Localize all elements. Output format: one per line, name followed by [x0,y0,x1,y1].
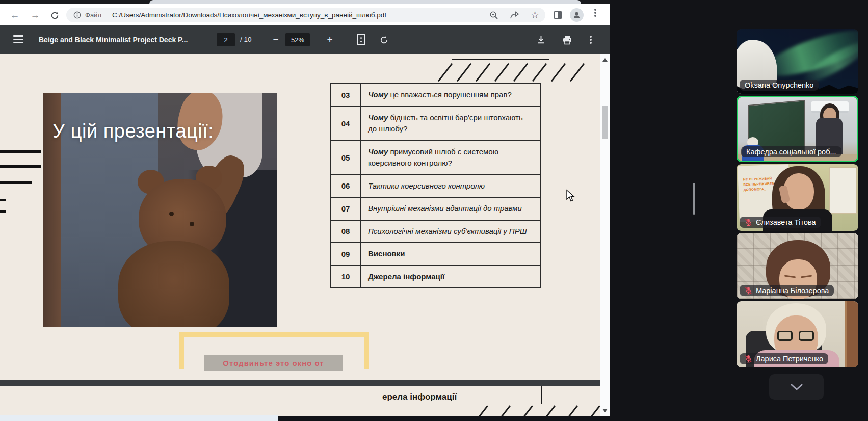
pdf-toolbar: Beige and Black Minimalist Project Deck … [0,25,610,54]
glasses-lens [799,331,814,341]
chevron-down-icon [790,384,803,390]
slide-decoration-bar [0,165,41,168]
toc-rest: Висновки [368,248,405,260]
zoom-in-button[interactable]: + [323,33,336,46]
address-bar[interactable]: Файл C:/Users/Administrator/Downloads/Пс… [66,8,545,22]
hatch-line [545,405,556,416]
toc-row: 08 Психологічні механізми суб'єктивації … [331,221,540,244]
toc-text: Чому це вважається порушенням прав? [361,84,540,106]
toc-text: Тактики коерсивного контролю [361,175,540,197]
pdf-next-page: ерела інформації [0,386,600,416]
participant-name-label: Єлизавета Тітова [740,217,821,228]
toc-row: 07 Внутрішні механізми адаптації до трав… [331,198,540,221]
toc-number: 04 [331,107,361,140]
scroll-thumb[interactable] [602,106,608,139]
pdf-page: У цій презентації: 03 Чому це вважається… [0,54,600,416]
person-icon [572,11,581,19]
taskbar-sliver [0,415,278,421]
profile-button[interactable] [570,8,584,22]
download-button[interactable] [535,34,546,45]
tab-strip [0,0,610,4]
collapse-videos-button[interactable] [769,374,824,400]
participant-tile-petrychenko[interactable]: Лариса Петриченко [737,301,858,367]
scroll-up-arrow[interactable] [602,58,608,62]
toc-text: Чому бідність та освітні бар'єри штовхаю… [361,107,540,140]
kebab-menu-icon [590,39,592,41]
side-panel-button[interactable] [554,11,562,19]
back-button[interactable]: ← [7,8,22,23]
teddy-bear-eye [169,212,174,216]
page-number-input[interactable]: 2 [217,33,235,46]
pdf-menu-button[interactable] [13,35,23,43]
pdf-more-button[interactable] [585,34,596,45]
toc-row: 04 Чому бідність та освітні бар'єри штов… [331,107,540,141]
info-icon[interactable] [73,11,81,19]
hatch-line [570,63,585,82]
scrollbar[interactable] [600,54,610,416]
hatch-line [457,63,471,82]
toc-text: Джерела інформації [361,266,540,288]
print-button[interactable] [562,34,573,45]
zoom-out-icon[interactable] [489,11,498,20]
panel-drag-handle[interactable] [693,183,695,215]
participant-tile-oksana[interactable]: Oksana Onypchenko [737,29,858,94]
toc-lead: Чому [368,113,388,122]
download-icon [536,35,546,45]
toc-text: Внутрішні механізми адаптації до травми [361,198,540,220]
active-tab[interactable] [149,0,581,4]
teddy-bear-eye [190,222,194,226]
share-icon[interactable] [510,11,519,19]
overlay-note: Отодвиньте это окно от [204,355,343,371]
toc-lead: Чому [368,90,388,99]
rotate-button[interactable] [378,34,389,45]
overlay-note-text: Отодвиньте это окно от [223,359,324,367]
participant-name-label: Кафедра соціальної роб... [741,146,841,157]
next-page-title: ерела інформації [382,392,457,402]
browser-toolbar: ← → Файл C:/Users/Administrator/Download… [0,4,610,25]
flipchart [829,167,857,214]
participant-tile-kafedra[interactable]: Кафедра соціальної роб... [737,96,858,162]
slide-decoration-tick [0,199,6,201]
hatch-line [476,63,490,82]
omnibox-divider [107,11,107,19]
pdf-document-title: Beige and Black Minimalist Project Deck … [39,36,188,44]
participant-name: Кафедра соціальної роб... [746,148,836,156]
browser-window: ← → Файл C:/Users/Administrator/Download… [0,0,610,416]
participant-tile-titova[interactable]: НЕ ПЕРЕЖИВАЙ ВСЕ ПЕРЕЖИВЕМ ДОПОМОГА_ Єли… [737,164,858,231]
bookmark-star-icon[interactable]: ☆ [531,10,539,20]
toc-rest: Тактики коерсивного контролю [368,180,485,192]
url-text[interactable]: C:/Users/Administrator/Downloads/Психоло… [112,11,386,19]
slide-decoration-vline [541,386,542,404]
browser-menu-button[interactable] [594,12,596,14]
zoom-out-button[interactable]: − [269,33,282,46]
participant-name: Єлизавета Тітова [756,218,816,226]
kebab-menu-icon [594,12,596,14]
toc-lead: Чому [368,147,388,156]
page-count-label: / 10 [240,36,252,43]
toc-number: 03 [331,84,361,106]
fit-to-page-button[interactable] [357,34,365,45]
door-frame [845,301,858,367]
print-icon [562,35,572,45]
forward-button[interactable]: → [28,8,43,23]
toc-row: 09 Висновки [331,243,540,266]
mouse-cursor [565,189,576,202]
scroll-down-arrow[interactable] [602,409,608,412]
zoom-level-value[interactable]: 52% [285,33,310,46]
toc-table: 03 Чому це вважається порушенням прав? 0… [330,83,541,288]
reload-button[interactable] [47,8,62,23]
participant-name-label: Лариса Петриченко [740,353,828,364]
teddy-bear-body [118,241,229,327]
hatch-line [567,405,578,416]
toc-number: 10 [331,266,361,288]
origin-chip[interactable]: Файл [85,11,101,19]
participant-tile-bilozerova[interactable]: Маріанна Білозерова [737,233,858,299]
toc-number: 05 [331,141,361,174]
slide-hatch-bottom [482,404,600,416]
slide-decoration-bar [0,150,41,153]
hatch-line [513,63,528,82]
glasses-lens [777,331,793,341]
toc-rest: Джерела інформації [368,271,444,283]
toc-number: 07 [331,198,361,220]
page-gap [0,380,600,386]
